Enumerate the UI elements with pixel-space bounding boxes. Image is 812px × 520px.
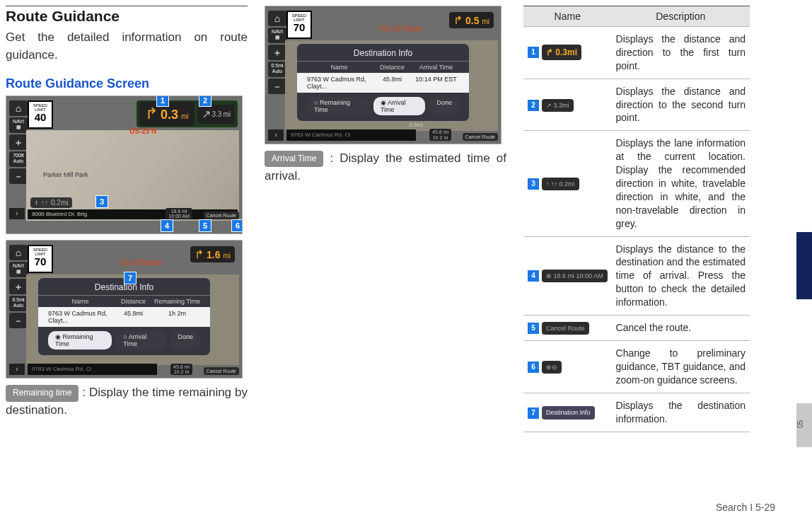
side-buttons: ⌂ NAVI▦ ＋ 0.5miAuto － [268, 11, 286, 94]
subheading: Route Guidance Screen [6, 76, 248, 91]
callout-2: 2 [199, 96, 211, 107]
speed-limit-value: 70 [29, 256, 52, 267]
callout-number: 6 [528, 362, 539, 373]
panel-row: 9763 W Cadmus Rd, Clayt... 45.8mi 10:14 … [297, 73, 469, 93]
readout-time: 1h 2 m [174, 369, 189, 374]
turn-arrow-icon: ↱ [145, 105, 158, 123]
desc-cell: Change to preliminary guidance, TBT guid… [612, 341, 750, 393]
auto-icon: 0.5miAuto [9, 296, 28, 311]
mini-icon: ⊕⊖ [542, 361, 562, 374]
panel-columns: Name Distance Remaining Time [38, 296, 210, 307]
readout-dist: 45.8 mi [173, 364, 190, 369]
panel-buttons: ◉ Remaining Time ○ Arrival Time Done [38, 327, 210, 351]
navi-icon: NAVI▦ [268, 28, 286, 43]
desc-cell: Displays the distance and direction to t… [612, 79, 750, 131]
panel-columns: Name Distance Arrival Time [297, 62, 469, 73]
icon-cell: 5Cancel Route [523, 316, 612, 341]
first-turn-dist: 1.6 [207, 249, 220, 260]
panel-row: 9763 W Cadmus Rd, Clayt... 45.8mi 1h 2m [38, 307, 210, 327]
intro-text: Get the detailed information on route gu… [6, 29, 248, 64]
callout-number: 7 [528, 408, 539, 419]
remaining-time-btn: ◉ Remaining Time [48, 331, 112, 349]
page-footer: Search I 5-29 [716, 502, 775, 513]
cancel-route-btn: Cancel Route [204, 212, 239, 219]
icon-cell: 6⊕⊖ [523, 341, 612, 393]
second-turn-box: ↗ 3.3 mi [197, 105, 235, 124]
table-row: 2↗ 3.3miDisplays the distance and direct… [523, 79, 750, 131]
navi-icon: NAVI▦ [9, 262, 28, 277]
desc-cell: Displays the lane information at the cur… [612, 131, 750, 236]
zoom-out-icon: － [9, 168, 28, 184]
zoom-in-icon: ＋ [9, 134, 28, 150]
done-btn: Done [429, 97, 459, 115]
callout-number: 4 [528, 270, 539, 282]
arrival-time-screenshot: ⌂ NAVI▦ ＋ 0.5miAuto － SPEED LIMIT 70 US-… [265, 6, 501, 144]
callout-4: 4 [161, 219, 173, 232]
table-row: 3↑ ↑↑ 0.2miDisplays the lane information… [523, 131, 750, 236]
destination-info-panel: Destination Info Name Distance Arrival T… [296, 43, 470, 122]
remaining-time-btn: ○ Remaining Time [307, 97, 369, 115]
icon-cell: 4⊕ 18.6 mi 10:00 AM [523, 236, 612, 315]
zoom-in-icon: ＋ [9, 279, 28, 294]
readout-dist: 45.8 mi [432, 129, 448, 134]
map-poi-label: Parker Mill Park [43, 171, 88, 178]
cancel-route-btn: Cancel Route [204, 367, 239, 375]
lane-box: ↑ ↑↑ 0.2mi [30, 197, 72, 208]
side-buttons: ⌂ NAVI▦ ＋ 700ftAuto － [9, 100, 28, 184]
callout-1: 1 [156, 96, 169, 107]
icon-cell: 1↱ 0.3mi [523, 27, 612, 79]
panel-title: Destination Info [297, 48, 469, 62]
th-desc: Description [612, 6, 750, 27]
mini-icon: Cancel Route [542, 322, 589, 335]
bottom-address: 9763 W Cadmus Rd, Cl [291, 132, 350, 138]
first-turn-box: ↱ 0.5 mi [449, 12, 494, 28]
zoom-in-icon: ＋ [268, 45, 286, 60]
expand-icon: › [9, 208, 25, 219]
panel-buttons: ○ Remaining Time ◉ Arrival Time Done [297, 93, 469, 117]
remaining-time-pill: Remaining time [6, 385, 79, 401]
table-row: 4⊕ 18.6 mi 10:00 AMDisplays the distance… [523, 236, 750, 315]
arrival-time-btn: ◉ Arrival Time [373, 97, 426, 115]
col-distance: Distance [112, 298, 154, 305]
description-table: Name Description 1↱ 0.3miDisplays the di… [523, 6, 750, 432]
remaining-time-desc: Remaining time : Display the time remain… [6, 384, 248, 419]
home-icon: ⌂ [268, 11, 286, 26]
distance-readout: 45.8 mi 1h 2 m [429, 129, 451, 141]
first-turn-unit: mi [223, 252, 231, 260]
col-remaining: Remaining Time [154, 298, 200, 305]
second-turn-dist: 3.3 [212, 110, 222, 118]
arrival-time-desc: Arrival Time : Display the estimated tim… [265, 150, 506, 185]
road-label: US-23/Toledo [120, 259, 163, 267]
callout-number: 2 [528, 100, 539, 111]
route-guidance-screenshot-1: ⌂ NAVI▦ ＋ 700ftAuto － SPEED LIMIT 40 Par… [6, 96, 243, 234]
road-label: US-23/Toledo [378, 25, 422, 33]
callout-3: 3 [95, 195, 108, 208]
table-row: 7Destination InfoDisplays the destinatio… [523, 393, 750, 432]
arrival-time-pill: Arrival Time [265, 151, 323, 167]
sidebar-tab-grey: 05 [796, 403, 812, 447]
desc-cell: Displays the distance and direction to t… [612, 27, 750, 79]
speed-limit-label: SPEED LIMIT [29, 102, 52, 112]
navi-icon: NAVI▦ [9, 117, 28, 133]
callout-number: 3 [528, 178, 539, 190]
callout-5: 5 [199, 219, 211, 232]
distance-readout: 18.6 mi 10:00 AM [166, 208, 192, 220]
lane-arrow-icon: ↑↑ [41, 199, 48, 207]
table-row: 6⊕⊖Change to preliminary guidance, TBT g… [523, 341, 750, 393]
first-turn-unit: mi [482, 18, 489, 25]
desc-cell: Cancel the route. [612, 316, 750, 341]
icon-cell: 3↑ ↑↑ 0.2mi [523, 131, 612, 236]
bottom-address-bar: 9763 W Cadmus Rd, Cl [28, 364, 157, 375]
row-addr: 9763 W Cadmus Rd, Clayt... [48, 310, 112, 324]
second-turn-unit: mi [223, 110, 231, 118]
col-arrival: Arrival Time [413, 64, 459, 71]
home-icon: ⌂ [9, 245, 28, 260]
expand-icon: › [9, 364, 25, 375]
expand-icon: › [268, 129, 284, 141]
bottom-address-bar: 9763 W Cadmus Rd, Cl [286, 129, 416, 141]
first-turn-box: ↱ 1.6 mi [190, 246, 235, 262]
icon-cell: 7Destination Info [523, 393, 612, 432]
speed-limit-sign: SPEED LIMIT 40 [28, 100, 53, 129]
mini-icon: ⊕ 18.6 mi 10:00 AM [542, 270, 608, 282]
th-name: Name [523, 6, 612, 27]
